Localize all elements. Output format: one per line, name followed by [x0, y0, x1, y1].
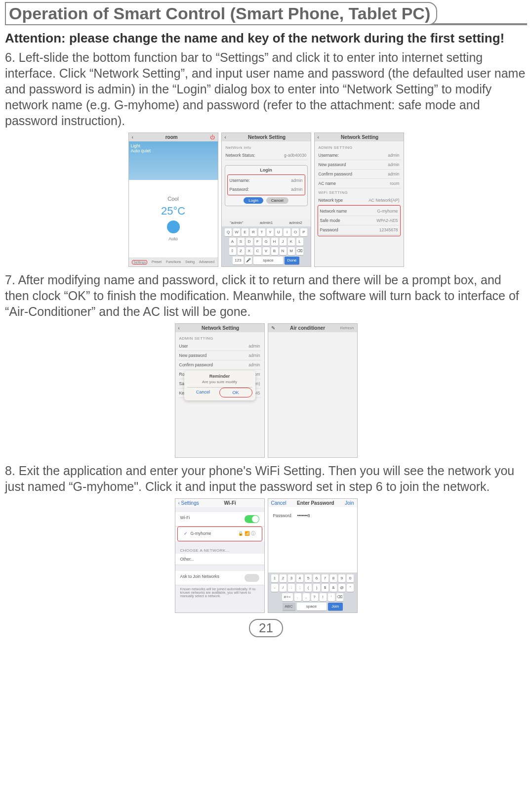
login-button[interactable]: Login: [244, 197, 263, 204]
key[interactable]: Q: [225, 228, 232, 236]
key[interactable]: N: [280, 247, 286, 255]
key[interactable]: G: [263, 238, 270, 246]
network-name[interactable]: G-myhome: [191, 531, 211, 536]
key[interactable]: I: [284, 228, 290, 236]
pw-v[interactable]: 12345678: [379, 227, 398, 232]
key[interactable]: ?: [311, 593, 318, 601]
key-123[interactable]: 123: [233, 257, 244, 264]
npass-v[interactable]: admin: [388, 162, 399, 167]
key[interactable]: !: [320, 593, 327, 601]
key[interactable]: E: [242, 228, 248, 236]
key[interactable]: ): [313, 584, 320, 592]
ask-toggle[interactable]: [245, 574, 259, 582]
key[interactable]: 6: [313, 574, 320, 582]
key[interactable]: $: [322, 584, 328, 592]
key[interactable]: B: [271, 247, 278, 255]
cpass-v[interactable]: admin: [388, 172, 399, 176]
join-key[interactable]: Join: [328, 603, 343, 611]
fn-functions[interactable]: Functions: [166, 260, 181, 264]
key[interactable]: R: [250, 228, 257, 236]
key[interactable]: D: [246, 238, 253, 246]
settings-back[interactable]: ‹ Settings: [178, 500, 199, 506]
suggest-2[interactable]: admin2: [289, 220, 302, 225]
cancel-button[interactable]: Cancel: [266, 197, 288, 204]
key[interactable]: 3: [288, 574, 295, 582]
suggest-0[interactable]: "admin": [230, 220, 243, 225]
pass-value[interactable]: admin: [291, 187, 302, 192]
reminder-cancel[interactable]: Cancel: [187, 388, 219, 397]
key[interactable]: F: [254, 238, 261, 246]
key[interactable]: ;: [296, 584, 303, 592]
key[interactable]: H: [271, 238, 278, 246]
key[interactable]: 0: [347, 574, 354, 582]
fn-preset[interactable]: Preset: [152, 260, 162, 264]
key[interactable]: 5: [305, 574, 312, 582]
user-value[interactable]: admin: [291, 178, 302, 183]
key[interactable]: C: [254, 247, 261, 255]
user-v[interactable]: admin: [388, 153, 399, 158]
key[interactable]: 1: [271, 574, 278, 582]
backspace-key[interactable]: ⌫: [336, 593, 343, 601]
reminder-dialog: Reminder Are you sure modify Cancel OK: [184, 371, 255, 400]
key[interactable]: .: [294, 593, 301, 601]
reminder-ok[interactable]: OK: [219, 388, 252, 397]
ac-v[interactable]: room: [390, 181, 399, 186]
enterpw-keyboard[interactable]: 1 2 3 4 5 6 7 8 9 0 - / : ; ( ): [268, 572, 357, 613]
ntype-v[interactable]: AC Network(AP): [368, 198, 399, 203]
backspace-key[interactable]: ⌫: [296, 247, 303, 255]
key[interactable]: X: [246, 247, 253, 255]
key[interactable]: @: [338, 584, 345, 592]
space-key[interactable]: space: [297, 603, 327, 611]
enterpw-join[interactable]: Join: [345, 500, 354, 506]
symbols-key[interactable]: #+=: [282, 593, 293, 601]
key[interactable]: T: [258, 228, 265, 236]
done-key[interactable]: Done: [285, 257, 299, 264]
key[interactable]: -: [271, 584, 278, 592]
key[interactable]: J: [280, 238, 286, 246]
wifi-toggle[interactable]: [245, 515, 259, 523]
key[interactable]: U: [275, 228, 282, 236]
key[interactable]: K: [288, 238, 295, 246]
key[interactable]: (: [305, 584, 312, 592]
key[interactable]: 9: [338, 574, 345, 582]
key[interactable]: Z: [238, 247, 245, 255]
suggest-1[interactable]: admin1: [260, 220, 273, 225]
key[interactable]: ": [347, 584, 354, 592]
key[interactable]: 7: [322, 574, 328, 582]
key[interactable]: 8: [330, 574, 337, 582]
power-icon[interactable]: ⏻: [210, 134, 215, 140]
key[interactable]: W: [233, 228, 240, 236]
key[interactable]: M: [288, 247, 295, 255]
wifi-info-icon[interactable]: 🔒 📶 ⓘ: [238, 531, 256, 537]
key[interactable]: O: [292, 228, 299, 236]
key[interactable]: 4: [296, 574, 303, 582]
mic-icon[interactable]: 🎤: [245, 257, 252, 264]
key[interactable]: ': [328, 593, 335, 601]
keyboard[interactable]: Q W E R T Y U I O P A S D F G H: [222, 226, 311, 266]
key[interactable]: Y: [267, 228, 274, 236]
key[interactable]: S: [238, 238, 245, 246]
nname-v[interactable]: G-myhome: [377, 209, 398, 214]
edit-icon[interactable]: ✎: [271, 325, 275, 331]
key[interactable]: 2: [280, 574, 286, 582]
enterpw-value[interactable]: •••••••8: [297, 513, 352, 518]
enterpw-cancel[interactable]: Cancel: [271, 500, 286, 506]
key[interactable]: :: [288, 584, 295, 592]
key[interactable]: A: [229, 238, 236, 246]
key[interactable]: ,: [303, 593, 310, 601]
key[interactable]: /: [280, 584, 286, 592]
key[interactable]: V: [263, 247, 270, 255]
abc-key[interactable]: ABC: [283, 603, 295, 611]
function-bar[interactable]: Settings Preset Functions Swing Advanced: [129, 258, 218, 266]
key[interactable]: P: [300, 228, 307, 236]
shift-key[interactable]: ⇧: [229, 247, 236, 255]
refresh-button[interactable]: Refresh: [340, 326, 354, 330]
space-key[interactable]: space: [253, 257, 283, 264]
fn-settings[interactable]: Settings: [132, 260, 147, 264]
fn-swing[interactable]: Swing: [185, 260, 195, 264]
safe-v[interactable]: WPA2-AES: [376, 218, 398, 223]
other-network[interactable]: Other...: [180, 557, 194, 562]
fn-advanced[interactable]: Advanced: [199, 260, 214, 264]
key[interactable]: &: [330, 584, 337, 592]
key[interactable]: L: [296, 238, 303, 246]
